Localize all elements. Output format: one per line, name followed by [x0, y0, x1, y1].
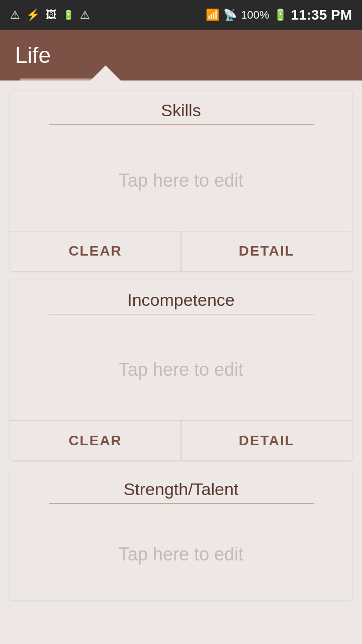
strength-talent-divider	[49, 503, 314, 504]
battery-full-icon: 🔋	[63, 10, 74, 21]
skills-header: Skills	[10, 91, 352, 130]
status-icons-right: 📶 📡 100% 🔋 11:35 PM	[206, 7, 352, 23]
main-content: Skills Tap here to edit CLEAR DETAIL Inc…	[0, 80, 362, 600]
incompetence-card: Incompetence Tap here to edit CLEAR DETA…	[10, 280, 352, 461]
image-icon: 🖼	[46, 9, 57, 22]
skills-clear-button[interactable]: CLEAR	[10, 231, 180, 271]
status-time: 11:35 PM	[291, 7, 352, 23]
strength-talent-card: Strength/Talent Tap here to edit	[10, 469, 352, 600]
warning2-icon: ⚠	[80, 9, 90, 22]
incompetence-divider	[49, 314, 314, 315]
incompetence-header: Incompetence	[10, 280, 352, 320]
incompetence-placeholder: Tap here to edit	[119, 359, 243, 380]
skills-footer: CLEAR DETAIL	[10, 231, 352, 271]
incompetence-body[interactable]: Tap here to edit	[10, 319, 352, 420]
incompetence-title: Incompetence	[127, 290, 235, 310]
incompetence-detail-button[interactable]: DETAIL	[182, 421, 352, 460]
battery-percent: 100%	[241, 9, 269, 22]
incompetence-clear-button[interactable]: CLEAR	[10, 421, 180, 460]
skills-title: Skills	[161, 101, 201, 120]
status-icons-left: ⚠ ⚡ 🖼 🔋 ⚠	[10, 9, 90, 22]
signal-icon: 📡	[223, 9, 237, 22]
skills-detail-button[interactable]: DETAIL	[182, 231, 352, 271]
app-title: Life	[15, 43, 51, 68]
skills-body[interactable]: Tap here to edit	[10, 130, 352, 231]
strength-talent-placeholder: Tap here to edit	[119, 544, 243, 565]
app-header: Life	[0, 30, 362, 80]
strength-talent-header: Strength/Talent	[10, 469, 352, 509]
skills-placeholder: Tap here to edit	[119, 170, 243, 191]
skills-card: Skills Tap here to edit CLEAR DETAIL	[10, 91, 352, 271]
wifi-icon: 📶	[206, 9, 219, 22]
strength-talent-body[interactable]: Tap here to edit	[10, 509, 352, 600]
strength-talent-title: Strength/Talent	[124, 479, 239, 499]
status-bar: ⚠ ⚡ 🖼 🔋 ⚠ 📶 📡 100% 🔋 11:35 PM	[0, 0, 362, 30]
battery-icon: 🔋	[274, 9, 287, 22]
skills-divider	[49, 124, 314, 125]
incompetence-footer: CLEAR DETAIL	[10, 420, 352, 460]
header-triangle	[90, 65, 121, 80]
warning-icon: ⚠	[10, 9, 20, 22]
usb-icon: ⚡	[26, 9, 40, 22]
